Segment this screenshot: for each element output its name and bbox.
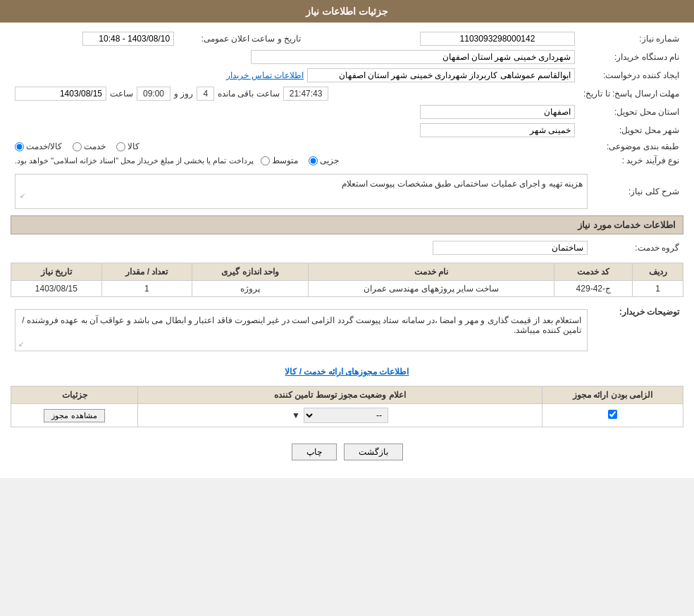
- tozihat-text: استعلام بعد از قیمت گذاری و مهر و امضا ،…: [22, 315, 581, 335]
- services-tbody: 1 ج-42-429 ساخت سایر پروژههای مهندسی عمر…: [11, 281, 683, 297]
- shahr-label: شهر محل تحویل:: [579, 121, 683, 139]
- services-thead: ردیف کد خدمت نام خدمت واحد اندازه گیری ت…: [11, 263, 683, 281]
- tabaghebandi-label: طبقه بندی موضوعی:: [579, 139, 683, 153]
- perm-cell-eelam: -- ▼: [138, 404, 543, 427]
- nooe-farayand-note: پرداخت تمام یا بخشی از مبلغ خریداز محل "…: [15, 156, 254, 165]
- row-nooe-farayand: نوع فرآیند خرید : پرداخت تمام یا بخشی از…: [11, 153, 683, 168]
- col-tarikh: تاریخ نیاز: [11, 263, 102, 281]
- tarikh-input[interactable]: [82, 32, 174, 46]
- row-shomara: شماره نیاز: تاریخ و ساعت اعلان عمومی:: [11, 30, 683, 48]
- back-button[interactable]: بازگشت: [344, 444, 403, 460]
- shomara-value: [305, 30, 579, 48]
- shomara-input[interactable]: [420, 32, 575, 46]
- services-header-row: ردیف کد خدمت نام خدمت واحد اندازه گیری ت…: [11, 263, 683, 281]
- row-ijad: ایجاد کننده درخواست: اطلاعات تماس خریدار: [11, 66, 683, 84]
- ostan-input[interactable]: [420, 105, 575, 119]
- baqi-value: 21:47:43: [283, 87, 329, 101]
- roz-label: روز و: [174, 89, 193, 99]
- radio-kala-khedmat-label: کالا/خدمت: [26, 142, 62, 151]
- radio-khedmat[interactable]: خدمت: [73, 142, 106, 151]
- page-title: جزئیات اطلاعات نیاز: [306, 6, 388, 17]
- row-ostan: استان محل تحویل:: [11, 103, 683, 121]
- perm-col-joziat: جزئیات: [11, 386, 138, 404]
- tozihat-value-cell: استعلام بعد از قیمت گذاری و مهر و امضا ،…: [11, 303, 592, 358]
- radio-kala-input[interactable]: [116, 142, 125, 151]
- row-dastgah: نام دستگاه خریدار:: [11, 48, 683, 66]
- table-row: 1 ج-42-429 ساخت سایر پروژههای مهندسی عمر…: [11, 281, 683, 297]
- permissions-thead: الزامی بودن ارائه مجوز اعلام وضعیت مجوز …: [11, 386, 683, 404]
- tozihat-row: توضیحات خریدار: استعلام بعد از قیمت گذار…: [11, 303, 683, 358]
- print-button[interactable]: چاپ: [292, 444, 337, 460]
- mohlat-date-input[interactable]: [15, 87, 106, 101]
- tarikh-label: تاریخ و ساعت اعلان عمومی:: [178, 30, 305, 48]
- radio-khedmat-input[interactable]: [73, 142, 82, 151]
- tabaghebandi-value: کالا/خدمت خدمت کالا: [11, 139, 579, 153]
- dastgah-label: نام دستگاه خریدار:: [579, 48, 683, 66]
- ostan-label: استان محل تحویل:: [579, 103, 683, 121]
- row-shahr: شهر محل تحویل:: [11, 121, 683, 139]
- radio-jozi-label: جزیی: [320, 156, 339, 165]
- content-area: شماره نیاز: تاریخ و ساعت اعلان عمومی: نا…: [0, 23, 694, 478]
- tarikh-value: [11, 30, 178, 48]
- row-mohlat: مهلت ارسال پاسخ: تا تاریخ: 21:47:43 ساعت…: [11, 84, 683, 103]
- services-section-header: اطلاعات خدمات مورد نیاز: [11, 215, 683, 234]
- tozihat-box: استعلام بعد از قیمت گذاری و مهر و امضا ،…: [15, 309, 588, 351]
- permissions-table: الزامی بودن ارائه مجوز اعلام وضعیت مجوز …: [11, 386, 683, 427]
- radio-motavasset[interactable]: متوسط: [261, 156, 298, 165]
- cell-tarikh: 1403/08/15: [11, 281, 102, 297]
- shahr-input[interactable]: [420, 123, 575, 137]
- services-table: ردیف کد خدمت نام خدمت واحد اندازه گیری ت…: [11, 263, 683, 297]
- mohlat-value: 21:47:43 ساعت باقی مانده 4 روز و 09:00 س…: [11, 84, 579, 103]
- permissions-link[interactable]: اطلاعات مجوزهای ارائه خدمت / کالا: [11, 363, 683, 380]
- ostan-value: [11, 103, 579, 121]
- sharh-label: شرح کلی نیاز:: [592, 172, 683, 211]
- roz-value: 4: [197, 87, 214, 101]
- perm-col-elzami: الزامی بودن ارائه مجوز: [543, 386, 683, 404]
- ijad-input[interactable]: [307, 68, 575, 82]
- radio-motavasset-input[interactable]: [261, 156, 270, 165]
- perm-col-eelam: اعلام وضعیت مجوز توسط تامین کننده: [138, 386, 543, 404]
- elzami-checkbox[interactable]: [608, 410, 617, 419]
- tozihat-label: توضیحات خریدار:: [592, 303, 683, 358]
- ettelaat-tamas-link[interactable]: اطلاعات تماس خریدار: [226, 70, 304, 80]
- cell-name: ساخت سایر پروژههای مهندسی عمران: [308, 281, 554, 297]
- cell-vahed: پروژه: [192, 281, 309, 297]
- page-header: جزئیات اطلاعات نیاز: [0, 0, 694, 23]
- permissions-header-row: الزامی بودن ارائه مجوز اعلام وضعیت مجوز …: [11, 386, 683, 404]
- radio-jozi[interactable]: جزیی: [309, 156, 339, 165]
- cell-radif: 1: [633, 281, 683, 297]
- mohlat-label: مهلت ارسال پاسخ: تا تاریخ:: [579, 84, 683, 103]
- dastgah-value: [11, 48, 579, 66]
- radio-motavasset-label: متوسط: [272, 156, 298, 165]
- col-vahed: واحد اندازه گیری: [192, 263, 309, 281]
- grooh-row: گروه خدمت:: [11, 239, 683, 257]
- cell-kod: ج-42-429: [554, 281, 633, 297]
- tozihat-table: توضیحات خریدار: استعلام بعد از قیمت گذار…: [11, 303, 683, 358]
- radio-kala[interactable]: کالا: [116, 142, 140, 151]
- view-permit-button[interactable]: مشاهده مجوز: [44, 409, 104, 422]
- grooh-value-cell: [11, 239, 592, 257]
- info-table: شماره نیاز: تاریخ و ساعت اعلان عمومی: نا…: [11, 30, 683, 168]
- sharh-section: شرح کلی نیاز: هزینه تهیه و اجرای عملیات …: [11, 172, 683, 211]
- radio-kala-label: کالا: [128, 142, 140, 151]
- grooh-input[interactable]: [433, 241, 588, 255]
- saat-label: ساعت: [110, 89, 133, 99]
- perm-cell-elzami: [543, 404, 683, 427]
- sharh-text: هزینه تهیه و اجرای عملیات ساختمانی طبق م…: [342, 179, 583, 189]
- nooe-farayand-value: پرداخت تمام یا بخشی از مبلغ خریداز محل "…: [11, 153, 579, 168]
- eelam-select[interactable]: --: [304, 408, 388, 423]
- row-tabaghebandi: طبقه بندی موضوعی: کالا/خدمت خدمت کالا: [11, 139, 683, 153]
- radio-kala-khedmat-input[interactable]: [15, 142, 24, 151]
- radio-jozi-input[interactable]: [309, 156, 318, 165]
- radio-kala-khedmat[interactable]: کالا/خدمت: [15, 142, 62, 151]
- col-tedad: تعداد / مقدار: [101, 263, 192, 281]
- sharh-box: هزینه تهیه و اجرای عملیات ساختمانی طبق م…: [15, 174, 588, 209]
- ijad-label: ایجاد کننده درخواست:: [579, 66, 683, 84]
- nooe-farayand-label: نوع فرآیند خرید :: [579, 153, 683, 168]
- shomara-label: شماره نیاز:: [579, 30, 683, 48]
- dastgah-input[interactable]: [251, 50, 575, 64]
- col-name: نام خدمت: [308, 263, 554, 281]
- baqi-label: ساعت باقی مانده: [218, 89, 280, 99]
- shahr-value: [11, 121, 579, 139]
- permissions-row: -- ▼ مشاهده مجوز: [11, 404, 683, 427]
